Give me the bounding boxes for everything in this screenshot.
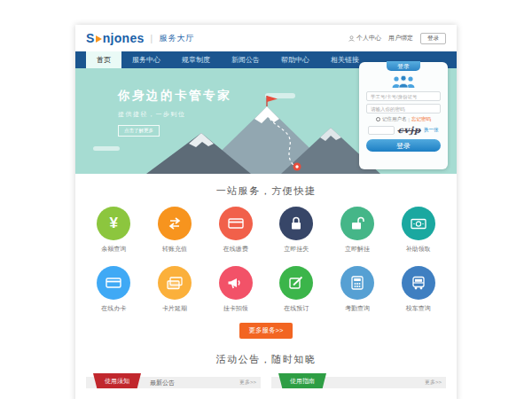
guide-tab-bar: 使用指南 更多>> [271,377,446,388]
users-icon [390,75,417,89]
notice-tab-bar: 使用须知 最新公告 更多>> [86,377,261,388]
top-login-button[interactable]: 登录 [420,33,446,44]
logo[interactable]: S njones | 服务大厅 [86,31,194,45]
remember-row: 记住用户名 | 忘记密码 [359,116,448,122]
service-label: 立即挂失 [266,245,327,254]
services-grid: ¥余额查询转账充值在线缴费立即挂失立即解挂补助领取在线办卡卡片延期挂卡招领在线预… [83,207,449,313]
login-tab[interactable]: 登录 [387,61,420,71]
service-label: 在线缴费 [205,245,266,254]
service-item-在线办卡[interactable]: 在线办卡 [83,266,145,313]
hero-subtitle: 提供捷径，一步到位 [118,110,231,119]
service-item-卡片延期[interactable]: 卡片延期 [145,266,206,313]
service-item-考勤查询[interactable]: 考勤查询 [327,266,388,313]
username-input[interactable] [366,91,441,101]
login-panel: 登录 记住用户名 | 忘记密码 cvjp 换一张 登录 [359,62,448,169]
service-item-立即解挂[interactable]: 立即解挂 [327,207,388,254]
logo-tagline: 服务大厅 [159,33,194,44]
logo-arrow-icon [96,35,102,43]
service-label: 余额查询 [83,245,145,254]
hero-text-block: 你身边的卡管专家 提供捷径，一步到位 点击了解更多 [118,88,231,137]
service-label: 补助领取 [387,245,449,254]
calculator-icon [340,266,374,300]
more-services-button[interactable]: 更多服务>> [239,323,293,339]
service-label: 转账充值 [145,245,206,254]
logo-suffix: njones [103,31,145,45]
card-icon [97,266,130,300]
captcha-refresh-link[interactable]: 换一张 [424,127,439,133]
service-item-转账充值[interactable]: 转账充值 [145,207,206,254]
service-label: 考勤查询 [327,304,388,313]
unlock-icon [340,207,374,240]
announcement-tabs: 使用须知 最新公告 更多>> 使用指南 更多>> [75,377,457,388]
page: S njones | 服务大厅 个人中心 用户绑定 登录 首页服务中心规章制度新… [75,25,457,399]
latest-announcements-label[interactable]: 最新公告 [150,377,175,388]
hero-banner: 你身边的卡管专家 提供捷径，一步到位 点击了解更多 登录 记住用户名 | 忘记密… [75,68,457,174]
transfer-icon [158,207,192,240]
captcha-row: cvjp 换一张 [359,125,448,135]
announcements-section: 活动公告，随时知晓 使用须知 最新公告 更多>> 使用指南 更多>> [75,349,457,399]
service-item-补助领取[interactable]: 补助领取 [387,207,449,254]
topbar-links: 个人中心 用户绑定 登录 [348,33,446,44]
remember-checkbox[interactable] [376,117,380,121]
service-label: 在线办卡 [83,304,145,313]
service-label: 卡片延期 [145,304,206,313]
nav-item-首页[interactable]: 首页 [86,51,121,68]
usage-guide-tab[interactable]: 使用指南 [278,373,326,388]
more-link[interactable]: 更多>> [425,377,442,388]
personal-center-link[interactable]: 个人中心 [348,34,381,43]
megaphone-icon [219,266,253,300]
service-item-立即挂失[interactable]: 立即挂失 [266,207,327,254]
lock-icon [279,207,313,240]
nav-item-帮助中心[interactable]: 帮助中心 [270,51,320,68]
services-section: 一站服务，方便快捷 ¥余额查询转账充值在线缴费立即挂失立即解挂补助领取在线办卡卡… [75,174,457,349]
hero-cta-button[interactable]: 点击了解更多 [118,125,160,137]
announcements-title: 活动公告，随时知晓 [75,353,457,366]
captcha-input[interactable] [368,126,395,135]
captcha-image[interactable]: cvjp [397,125,421,135]
service-item-在线预订[interactable]: 在线预订 [266,266,327,313]
edit-icon [279,266,313,300]
service-label: 挂卡招领 [205,304,266,313]
nav-item-新闻公告[interactable]: 新闻公告 [221,51,270,68]
service-item-余额查询[interactable]: ¥余额查询 [83,207,145,254]
remember-label: 记住用户名 [382,116,407,122]
user-bind-link[interactable]: 用户绑定 [388,34,413,43]
cloud-shape [93,146,120,151]
password-input[interactable] [366,104,441,113]
card-icon [219,207,253,240]
service-item-在线缴费[interactable]: 在线缴费 [205,207,266,254]
services-title: 一站服务，方便快捷 [75,184,457,198]
service-label: 校车查询 [387,304,449,313]
service-item-挂卡招领[interactable]: 挂卡招领 [205,266,266,313]
user-icon [348,35,355,42]
cards-icon [158,266,192,300]
more-link[interactable]: 更多>> [239,377,256,388]
nav-item-服务中心[interactable]: 服务中心 [121,51,171,68]
service-label: 在线预订 [266,304,327,313]
logo-prefix: S [86,31,95,45]
hero-title: 你身边的卡管专家 [118,88,231,104]
top-bar: S njones | 服务大厅 个人中心 用户绑定 登录 [75,25,457,51]
bus-icon [402,266,435,300]
service-label: 立即解挂 [327,245,388,254]
nav-item-规章制度[interactable]: 规章制度 [171,51,221,68]
logo-divider: | [151,34,153,43]
yuan-icon: ¥ [97,207,130,240]
banknote-icon [402,207,435,240]
login-submit-button[interactable]: 登录 [366,139,441,152]
usage-notice-tab[interactable]: 使用须知 [93,373,141,388]
forgot-password-link[interactable]: 忘记密码 [411,116,431,122]
service-item-校车查询[interactable]: 校车查询 [387,266,449,313]
